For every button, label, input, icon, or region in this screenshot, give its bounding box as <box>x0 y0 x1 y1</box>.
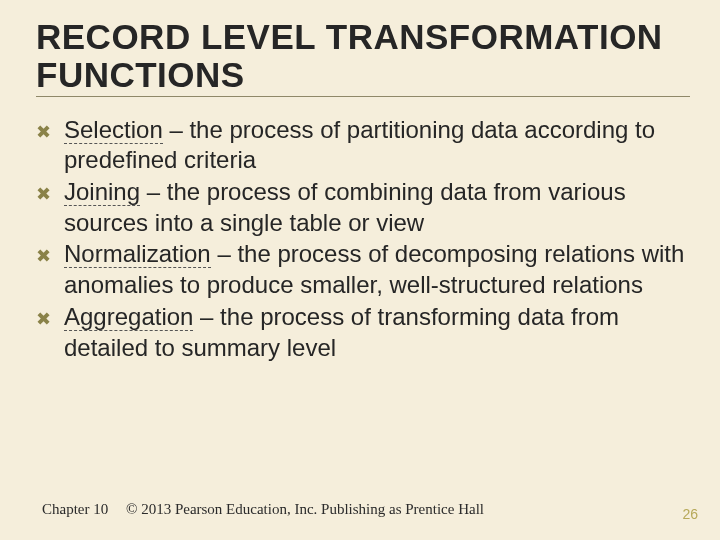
page-number: 26 <box>682 506 698 522</box>
list-item: ✖ Joining – the process of combining dat… <box>36 177 688 238</box>
item-text: Normalization – the process of decomposi… <box>64 239 688 300</box>
x-bullet-icon: ✖ <box>36 115 64 144</box>
term: Aggregation <box>64 303 193 331</box>
slide: RECORD LEVEL TRANSFORMATION FUNCTIONS ✖ … <box>0 0 720 540</box>
definition: – the process of combining data from var… <box>64 178 626 236</box>
x-bullet-icon: ✖ <box>36 239 64 268</box>
footer: Chapter 10 © 2013 Pearson Education, Inc… <box>42 501 484 518</box>
x-bullet-icon: ✖ <box>36 302 64 331</box>
x-bullet-icon: ✖ <box>36 177 64 206</box>
term: Selection <box>64 116 163 144</box>
slide-title: RECORD LEVEL TRANSFORMATION FUNCTIONS <box>36 18 690 97</box>
copyright-text: © 2013 Pearson Education, Inc. Publishin… <box>126 501 484 517</box>
list-item: ✖ Normalization – the process of decompo… <box>36 239 688 300</box>
item-text: Aggregation – the process of transformin… <box>64 302 688 363</box>
list-item: ✖ Selection – the process of partitionin… <box>36 115 688 176</box>
item-text: Joining – the process of combining data … <box>64 177 688 238</box>
term: Joining <box>64 178 140 206</box>
list-item: ✖ Aggregation – the process of transform… <box>36 302 688 363</box>
content-area: ✖ Selection – the process of partitionin… <box>36 115 690 364</box>
item-text: Selection – the process of partitioning … <box>64 115 688 176</box>
term: Normalization <box>64 240 211 268</box>
chapter-label: Chapter 10 <box>42 501 108 517</box>
